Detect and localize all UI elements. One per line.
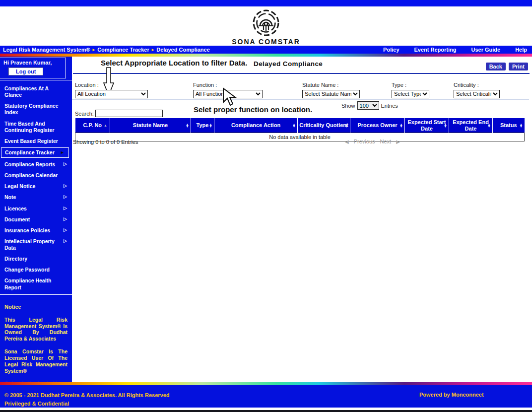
column-header-expected-start-date[interactable]: Expected Start Date▲▼ xyxy=(405,118,449,133)
column-label: Status xyxy=(500,122,517,128)
criticality-label: Criticality : xyxy=(454,82,500,88)
sidebar-item-legal-notice[interactable]: Legal Notice▷ xyxy=(0,181,72,192)
search-label: Search: xyxy=(75,111,94,117)
type-select[interactable]: Select Type xyxy=(392,90,429,98)
sidebar-item-statutory-compliance-index[interactable]: Statutory Compliance Index xyxy=(0,101,72,118)
breadcrumb-item-compliance-tracker[interactable]: Compliance Tracker xyxy=(97,47,149,53)
column-label: C.P. No xyxy=(83,122,102,128)
column-header-statute-name[interactable]: Statute Name▲▼ xyxy=(110,118,191,133)
sona-comstar-logo: SONA COMSTAR xyxy=(231,8,301,46)
entries-select[interactable]: 100 xyxy=(357,101,379,110)
submenu-arrow-icon: ▷ xyxy=(64,183,67,189)
type-label: Type : xyxy=(392,82,429,88)
sort-icon: ▲▼ xyxy=(520,123,523,128)
column-label: Compliance Action xyxy=(231,122,280,128)
breadcrumb: Legal Risk Management System® ▸ Complian… xyxy=(3,47,210,53)
sidebar-item-note[interactable]: Note▷ xyxy=(0,192,72,203)
sidebar-item-event-based-register[interactable]: Event Based Register xyxy=(0,136,72,146)
sidebar-divider xyxy=(0,294,72,295)
sidebar-item-directory[interactable]: Directory xyxy=(0,254,72,264)
sidebar-item-compliance-health-report[interactable]: Compliance Health Report xyxy=(0,275,72,292)
print-button[interactable]: Print xyxy=(509,63,528,70)
sidebar-item-compliance-reports[interactable]: Compliance Reports▷ xyxy=(0,159,72,170)
sidebar-item-label: Compliance Reports xyxy=(4,161,55,167)
column-header-process-owner[interactable]: Process Owner▲▼ xyxy=(350,118,405,133)
bottom-dark-strip xyxy=(0,410,532,412)
sort-asc-icon: ▲ xyxy=(104,124,107,128)
previous-arrow-icon[interactable]: ◀ xyxy=(345,139,349,144)
empty-row: No data available in table xyxy=(75,133,525,141)
sidebar-item-label: Note xyxy=(4,194,16,200)
sidebar-item-label: Document xyxy=(4,216,30,222)
previous-button[interactable]: Previous xyxy=(354,138,375,144)
column-header-criticality-quotient[interactable]: Criticality Quotient▲▼ xyxy=(298,118,350,133)
sidebar-item-insurance-policies[interactable]: Insurance Policies▷ xyxy=(0,225,72,236)
sort-icon: ▲▼ xyxy=(209,123,212,128)
column-label: Criticality Quotient xyxy=(299,122,348,128)
sort-icon: ▲▼ xyxy=(444,123,447,128)
entries-summary: Showing 0 to 0 of 0 Entries xyxy=(73,139,138,145)
column-label: Process Owner xyxy=(357,122,397,128)
location-select[interactable]: All Location xyxy=(75,90,148,98)
user-greeting: Hi Praveen Kumar, xyxy=(3,60,66,66)
column-label: Expected Start Date xyxy=(407,119,446,132)
table-header-row: C.P. No▲ Statute Name▲▼ Type▲▼ Complianc… xyxy=(75,118,525,133)
sidebar-item-time-based-register[interactable]: Time Based And Continuing Register xyxy=(0,119,72,136)
sidebar-divider xyxy=(0,80,72,80)
column-header-type[interactable]: Type▲▼ xyxy=(191,118,214,133)
sidebar-item-compliance-calendar[interactable]: Compliance Calendar xyxy=(0,170,72,181)
column-header-status[interactable]: Status▲▼ xyxy=(493,118,525,133)
column-header-expected-end-date[interactable]: Expected End Date▲▼ xyxy=(449,118,493,133)
annotation-select-function: Selet proper function on location. xyxy=(194,105,312,114)
sidebar-item-compliances-at-a-glance[interactable]: Compliances At A Glance xyxy=(0,83,72,100)
submenu-arrow-icon: ► xyxy=(60,150,65,155)
sidebar-item-compliance-tracker[interactable]: Compliance Tracker► xyxy=(1,147,69,158)
sidebar-item-label: Event Based Register xyxy=(4,138,58,144)
sidebar-item-label: Intellectual Property Data xyxy=(4,238,55,251)
next-button[interactable]: Next xyxy=(380,138,392,144)
sidebar-menu: Compliances At A Glance Statutory Compli… xyxy=(0,82,72,293)
submenu-arrow-icon: ▷ xyxy=(64,194,67,200)
user-panel: Hi Praveen Kumar, Log out xyxy=(0,58,66,78)
statute-name-select[interactable]: Select Statute Name xyxy=(302,90,360,98)
back-button[interactable]: Back xyxy=(486,63,506,70)
submenu-arrow-icon: ▷ xyxy=(64,216,67,222)
powered-by: Powered by Monconnect xyxy=(419,392,484,398)
column-header-compliance-action[interactable]: Compliance Action▲▼ xyxy=(214,118,298,133)
next-arrow-icon[interactable]: ▶ xyxy=(396,139,400,144)
column-header-cp-no[interactable]: C.P. No▲ xyxy=(75,118,110,133)
notice-paragraph: Sona Comstar Is The Licensed User Of The… xyxy=(4,348,67,374)
sidebar-item-label: Compliance Tracker xyxy=(5,149,55,155)
search-input[interactable] xyxy=(95,110,163,117)
sidebar-item-label: Directory xyxy=(4,256,27,262)
logo-band: SONA COMSTAR xyxy=(0,6,532,46)
sort-icon: ▲▼ xyxy=(345,123,348,128)
criticality-select[interactable]: Select Criticality xyxy=(454,90,500,98)
top-nav-links: Policy Event Reporting User Guide Help xyxy=(383,47,527,53)
breadcrumb-separator-icon: ▸ xyxy=(93,47,95,52)
show-label: Show xyxy=(341,103,355,109)
notice-heading: Notice xyxy=(4,304,67,310)
logout-button[interactable]: Log out xyxy=(8,68,43,75)
copyright-text: © 2005 - 2021 Dudhat Pereira & Associate… xyxy=(4,391,170,400)
search-row: Search: xyxy=(75,110,163,117)
nav-link-help[interactable]: Help xyxy=(515,47,527,53)
filter-statute-name: Statute Name : Select Statute Name xyxy=(302,82,360,98)
nav-link-policy[interactable]: Policy xyxy=(383,47,399,53)
main-content: Select Appropriate Location to filter Da… xyxy=(72,57,532,382)
page-title: Delayed Compliance xyxy=(254,60,323,68)
column-label: Statute Name xyxy=(133,122,168,128)
sona-comstar-logo-icon xyxy=(252,8,280,37)
nav-link-event-reporting[interactable]: Event Reporting xyxy=(414,47,457,53)
sidebar-item-intellectual-property-data[interactable]: Intellectual Property Data▷ xyxy=(0,236,72,253)
sidebar-item-licences[interactable]: Licences▷ xyxy=(0,204,72,214)
pagination: ◀ Previous Next ▶ xyxy=(345,138,400,144)
action-buttons: Back Print xyxy=(486,63,528,70)
nav-link-user-guide[interactable]: User Guide xyxy=(471,47,500,53)
breadcrumb-item-system[interactable]: Legal Risk Management System® xyxy=(3,47,90,53)
sidebar-item-document[interactable]: Document▷ xyxy=(0,214,72,225)
sidebar-item-change-password[interactable]: Change Password xyxy=(0,265,72,275)
sidebar-item-label: Compliance Calendar xyxy=(4,172,58,178)
sort-icon: ▲▼ xyxy=(399,123,403,128)
sort-icon: ▲▼ xyxy=(487,123,491,128)
